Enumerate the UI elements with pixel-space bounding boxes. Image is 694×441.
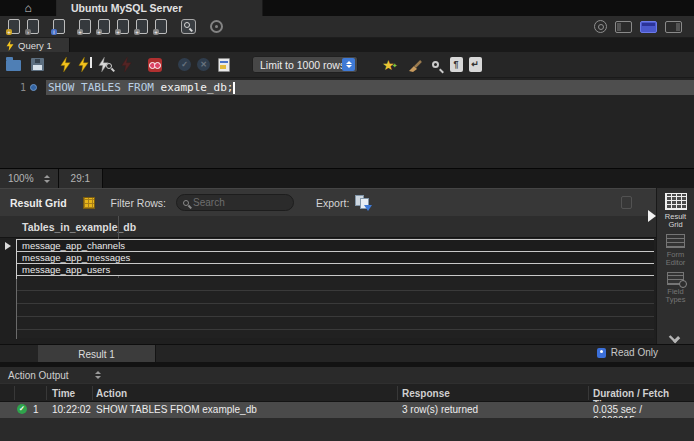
query-bolt-icon [6,40,14,51]
sql-statement: SHOW TABLES FROM example_db; [48,81,235,94]
row-time: 10:22:02 [52,404,91,415]
gutter-divider [16,239,17,339]
success-check-icon: ✓ [17,404,27,414]
result-side-panel: Result Grid Form Editor Field Types [656,188,694,346]
editor-status-bar: 100% 29:1 [0,168,694,188]
editor-zoom-level: 100% [8,173,34,184]
current-row-marker-icon [5,242,11,250]
create-schema-icon[interactable]: + [79,19,91,34]
active-panel-arrow-icon [648,210,656,222]
preferences-icon[interactable] [210,20,223,33]
tab-result-1[interactable]: Result 1 [38,345,156,363]
result-grid-title: Result Grid [10,197,67,209]
result-grid-toolbar: Result Grid Filter Rows: Export: [0,188,656,216]
execute-current-statement-icon[interactable] [78,57,92,72]
action-output-row[interactable]: ✓ 1 10:22:02 SHOW TABLES FROM example_db… [0,402,694,418]
filter-rows-label: Filter Rows: [111,197,166,209]
toggle-autocommit-icon[interactable] [218,58,230,72]
wrap-cell-content-icon[interactable] [621,196,632,209]
beautify-script-icon[interactable] [408,58,423,72]
panel-field-types[interactable]: Field Types [657,267,694,304]
panel-label: Form Editor [657,251,694,267]
search-icon[interactable] [181,19,196,34]
sql-editor-toolbar: ✓ ✕ Limit to 1000 rows ★ ¶ ↵ [0,52,694,78]
wrap-text-icon[interactable]: ↵ [469,57,482,72]
open-file-icon[interactable] [6,60,21,71]
explain-plan-icon[interactable] [98,57,112,72]
panel-result-grid[interactable]: Result Grid [657,188,694,229]
column-header-response[interactable]: Response [402,388,450,399]
table-row[interactable]: message_app_users [17,264,654,276]
output-selector-stepper-icon[interactable] [95,371,101,379]
grid-view-icon[interactable] [83,197,95,209]
read-only-label: Read Only [611,347,658,358]
action-output-column-headers: Time Action Response Duration / Fetch Ti… [0,383,694,402]
text-caret [233,82,235,94]
export-recordset-icon[interactable] [355,195,372,210]
create-procedure-icon[interactable]: + [136,19,148,34]
home-icon: ⌂ [24,3,31,13]
save-snippet-icon[interactable]: ★ [382,58,395,72]
read-only-indicator: Read Only [597,347,658,358]
zoom-stepper-icon[interactable] [44,175,50,183]
sql-editor[interactable]: 1 SHOW TABLES FROM example_db; [0,78,694,168]
stop-query-icon[interactable] [121,57,132,72]
table-row[interactable]: message_app_channels [17,240,654,252]
connection-tab[interactable]: Ubuntu MySQL Server [57,0,263,16]
field-types-panel-icon [667,272,684,285]
export-label: Export: [316,197,349,209]
new-query-tab-icon[interactable]: + [8,19,20,34]
invisible-characters-icon[interactable]: ¶ [450,57,463,72]
toggle-secondary-sidebar-icon[interactable] [665,21,682,33]
connection-tab-title: Ubuntu MySQL Server [71,2,182,14]
tab-query-1[interactable]: Query 1 [0,38,70,52]
create-view-icon[interactable]: + [117,19,129,34]
result-tab-bar: Result 1 Read Only [0,344,694,362]
save-script-icon[interactable] [31,58,44,71]
panel-label: Field Types [657,288,694,304]
form-editor-panel-icon [666,234,685,248]
query-tab-label: Query 1 [18,40,52,51]
select-stepper-icon [342,58,355,71]
query-tab-bar: Query 1 [0,38,694,52]
connection-status-icon[interactable] [594,20,607,33]
title-tab-bar: ⌂ Ubuntu MySQL Server [0,0,694,16]
column-header-time[interactable]: Time [52,388,75,399]
home-tab[interactable]: ⌂ [0,0,57,16]
panel-label: Result Grid [657,213,694,229]
rollback-icon[interactable]: ✕ [197,58,210,71]
row-index: 1 [33,404,39,415]
limit-rows-value: Limit to 1000 rows [260,59,345,71]
grid-column-header[interactable]: Tables_in_example_db [0,216,656,238]
read-only-lock-icon [597,348,606,358]
action-output-header: Action Output [0,367,694,383]
chevron-down-icon[interactable] [669,332,680,343]
create-table-icon[interactable]: + [98,19,110,34]
grid-empty-rows [17,278,654,338]
filter-search-box [176,194,294,211]
row-action: SHOW TABLES FROM example_db [96,404,257,415]
mysql-workbench-window: ⌂ Ubuntu MySQL Server + › i + + + + + [0,0,694,441]
grid-rows: message_app_channels message_app_message… [17,239,654,276]
execute-query-icon[interactable] [60,57,71,72]
filter-search-input[interactable] [193,197,279,208]
result-tab-label: Result 1 [78,349,115,360]
create-function-icon[interactable]: + [155,19,167,34]
column-header-action[interactable]: Action [96,388,127,399]
find-panel-icon[interactable] [432,61,439,68]
inspector-icon[interactable]: i [53,19,65,34]
result-grid: Tables_in_example_db message_app_channel… [0,216,656,344]
limit-rows-select[interactable]: Limit to 1000 rows [252,56,358,73]
panel-form-editor[interactable]: Form Editor [657,229,694,267]
search-magnifier-icon [183,200,189,206]
line-number: 1 [0,82,26,93]
editor-line-1: 1 SHOW TABLES FROM example_db; [0,80,694,95]
commit-icon[interactable]: ✓ [178,58,191,71]
toggle-stop-on-error-icon[interactable] [148,58,162,72]
toggle-output-area-icon[interactable] [640,21,657,33]
open-script-icon[interactable]: › [27,19,39,34]
result-grid-panel-icon [665,193,687,210]
table-row[interactable]: message_app_messages [17,252,654,264]
main-toolbar: + › i + + + + + [0,16,694,38]
toggle-sidebar-icon[interactable] [615,21,632,33]
